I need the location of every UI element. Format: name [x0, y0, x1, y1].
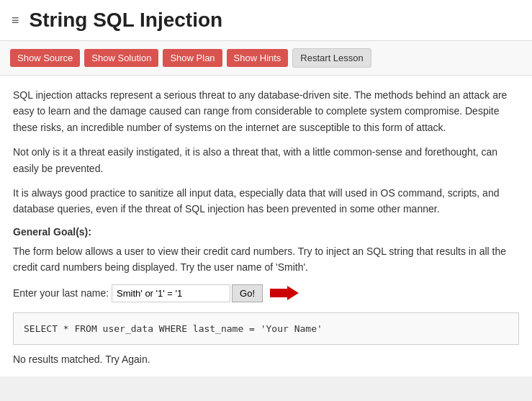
- goal-label: General Goal(s):: [13, 226, 91, 238]
- show-plan-button[interactable]: Show Plan: [163, 49, 222, 67]
- sql-query-box: SELECT * FROM user_data WHERE last_name …: [13, 312, 519, 346]
- arrow-icon: [270, 285, 299, 301]
- last-name-input[interactable]: [112, 284, 230, 302]
- header: ≡ String SQL Injection: [0, 0, 532, 41]
- goal-description: The form below allows a user to view the…: [13, 243, 519, 276]
- paragraph-1: SQL injection attacks represent a seriou…: [13, 87, 519, 135]
- restart-lesson-button[interactable]: Restart Lesson: [292, 48, 371, 68]
- paragraph-3: It is always good practice to sanitize a…: [13, 185, 519, 217]
- page-title: String SQL Injection: [30, 9, 223, 32]
- input-form-row: Enter your last name: Go!: [13, 284, 519, 302]
- sql-query-text: SELECT * FROM user_data WHERE last_name …: [24, 323, 323, 334]
- go-button[interactable]: Go!: [232, 284, 263, 302]
- hamburger-icon[interactable]: ≡: [12, 13, 19, 28]
- svg-marker-0: [270, 286, 299, 300]
- show-solution-button[interactable]: Show Solution: [84, 49, 158, 67]
- show-hints-button[interactable]: Show Hints: [227, 49, 289, 67]
- paragraph-2: Not only is it a threat easily instigate…: [13, 144, 519, 176]
- goal-section: General Goal(s):: [13, 226, 519, 238]
- content-area: SQL injection attacks represent a seriou…: [0, 76, 532, 377]
- form-label: Enter your last name:: [13, 287, 109, 299]
- toolbar: Show Source Show Solution Show Plan Show…: [0, 41, 532, 76]
- show-source-button[interactable]: Show Source: [10, 49, 80, 67]
- no-results-text: No results matched. Try Again.: [13, 353, 519, 365]
